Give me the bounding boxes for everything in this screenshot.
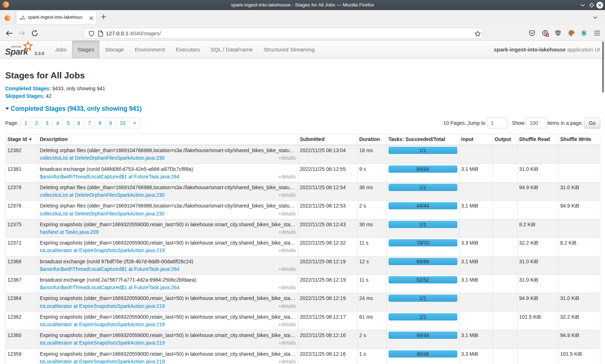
svg-text:Spark: Spark <box>20 18 26 20</box>
svg-text:Spark: Spark <box>5 47 29 56</box>
svg-text:uO: uO <box>556 32 560 34</box>
